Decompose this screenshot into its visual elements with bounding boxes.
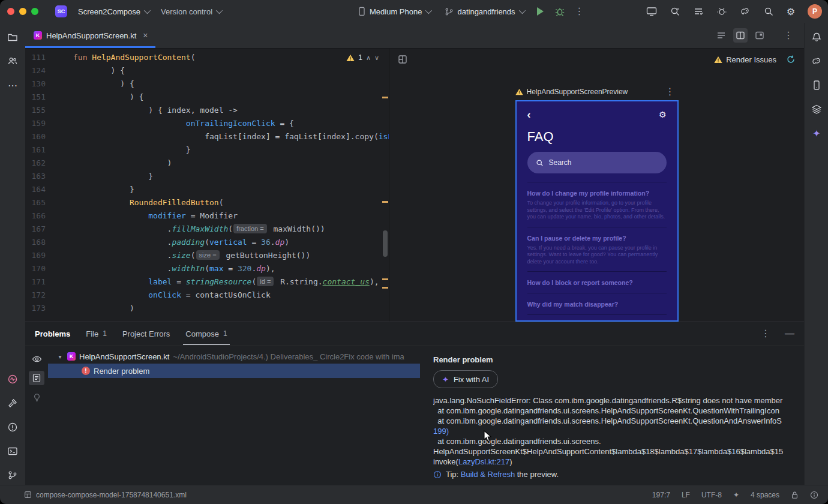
branch-selector[interactable]: datingandfriends [439, 4, 529, 19]
preview-kebab[interactable]: ⋮ [662, 87, 679, 97]
line-number[interactable]: 163 [25, 170, 46, 183]
gradle-tool-button[interactable] [808, 53, 825, 70]
line-number[interactable]: 130 [25, 77, 46, 91]
previous-problem-icon[interactable]: ∧ [366, 54, 371, 62]
line-number[interactable]: 171 [25, 275, 46, 289]
tree-file-row[interactable]: ▾ K HelpAndSupportScreen.kt ~/AndroidStu… [48, 349, 420, 364]
design-view-button[interactable] [752, 28, 767, 43]
editor-code[interactable]: fun HelpAndSupportContent( ) { ) { ) { )… [73, 51, 389, 322]
code-line[interactable]: } [73, 183, 389, 196]
line-number[interactable]: 164 [25, 183, 46, 196]
code-line[interactable]: ) { index, model -> [73, 104, 389, 117]
user-avatar[interactable]: P [808, 4, 822, 19]
minimize-panel-icon[interactable]: — [785, 328, 794, 339]
code-line[interactable]: label = stringResource(id = R.string.con… [73, 275, 389, 289]
line-number[interactable]: 172 [25, 289, 46, 302]
build-variants-button[interactable] [808, 101, 825, 118]
gradle-icon[interactable] [740, 6, 751, 17]
indent-setting[interactable]: 4 spaces [751, 491, 779, 499]
code-line[interactable]: modifier = Modifier [73, 209, 389, 223]
notifications-button[interactable] [808, 29, 825, 46]
search-icon[interactable] [763, 6, 774, 17]
lock-icon[interactable] [791, 491, 799, 499]
run-button[interactable] [537, 7, 544, 16]
warning-stripe-mark[interactable] [382, 278, 388, 280]
line-number[interactable]: 167 [25, 223, 46, 236]
line-number[interactable]: 151 [25, 91, 46, 104]
code-line[interactable]: } [73, 170, 389, 183]
stack-link[interactable]: 199) [433, 427, 449, 436]
next-problem-icon[interactable]: ∨ [374, 54, 379, 62]
terminal-tool-button[interactable] [4, 443, 21, 460]
app-quality-insights-button[interactable] [4, 371, 21, 388]
line-number[interactable]: 166 [25, 209, 46, 223]
inspection-widget[interactable]: 1 ∧ ∨ [346, 53, 379, 62]
stack-link[interactable]: LazyDsl.kt:217 [458, 457, 509, 466]
editor-scrollbar[interactable] [383, 230, 388, 257]
device-selector[interactable]: Medium Phone [352, 4, 436, 19]
debug-button[interactable] [554, 6, 565, 17]
tree-problem-row[interactable]: ! Render problem [48, 364, 420, 378]
refresh-icon[interactable] [786, 55, 796, 64]
panel-options-kebab[interactable]: ⋮ [757, 329, 774, 338]
caret-position[interactable]: 197:7 [652, 491, 670, 499]
file-encoding[interactable]: UTF-8 [701, 491, 722, 499]
warning-stripe-mark[interactable] [382, 287, 388, 289]
vcs-selector[interactable]: Version control [155, 4, 227, 19]
phone-preview[interactable]: ‹ ⚙ FAQ Search How do I change my profil… [515, 100, 679, 322]
problems-tool-button[interactable] [4, 419, 21, 436]
tab-problems[interactable]: Problems [35, 322, 70, 345]
line-number[interactable]: 160 [25, 130, 46, 143]
fix-with-ai-button[interactable]: ✦ Fix with AI [433, 370, 498, 388]
build-tool-button[interactable] [4, 395, 21, 412]
line-number[interactable]: 111 [25, 51, 46, 64]
gemini-button[interactable]: ✦ [808, 125, 825, 142]
line-number[interactable]: 124 [25, 64, 46, 77]
line-number[interactable]: 155 [25, 104, 46, 117]
code-line[interactable]: onTrailingIconClick = { [73, 117, 389, 130]
project-tool-button[interactable] [4, 29, 21, 46]
code-line[interactable]: faqList[index] = faqList[index].copy(isE [73, 130, 389, 143]
grid-layout-icon[interactable] [398, 55, 407, 64]
quick-fix-button[interactable] [29, 390, 44, 404]
info-icon[interactable] [810, 491, 818, 499]
code-line[interactable]: ) { [73, 77, 389, 91]
minimize-window-button[interactable] [19, 8, 26, 15]
task-list-icon[interactable] [693, 6, 704, 17]
editor-options-kebab[interactable]: ⋮ [780, 31, 797, 40]
line-number[interactable]: 161 [25, 143, 46, 157]
line-number[interactable]: 168 [25, 236, 46, 249]
editor-tab[interactable]: K HelpAndSupportScreen.kt × [25, 23, 155, 48]
code-line[interactable]: fun HelpAndSupportContent( [73, 51, 389, 64]
code-line[interactable]: } [73, 143, 389, 157]
tab-compose[interactable]: Compose1 [185, 322, 227, 345]
render-issues-button[interactable]: Render Issues [714, 55, 776, 64]
line-number[interactable]: 162 [25, 157, 46, 170]
zoom-window-button[interactable] [31, 8, 38, 15]
code-line[interactable]: .fillMaxWidth(fraction = maxWidth()) [73, 223, 389, 236]
preview-toggle-button[interactable] [29, 352, 44, 366]
version-control-tool-button[interactable] [4, 467, 21, 484]
line-number[interactable]: 165 [25, 196, 46, 209]
line-ending[interactable]: LF [682, 491, 690, 499]
tree-expand-icon[interactable]: ▾ [56, 353, 64, 360]
code-line[interactable]: .size(size = getButtonHeight()) [73, 249, 389, 262]
line-number[interactable]: 169 [25, 249, 46, 262]
code-line[interactable]: .widthIn(max = 320.dp), [73, 262, 389, 275]
code-view-button[interactable] [714, 28, 728, 43]
tab-close-icon[interactable]: × [143, 31, 148, 40]
code-line[interactable]: .padding(vertical = 36.dp) [73, 236, 389, 249]
project-selector[interactable]: Screen2Compose [72, 4, 155, 19]
code-editor[interactable]: 1111241301511551591601611621631641651661… [25, 49, 389, 322]
tab-file[interactable]: File1 [86, 322, 107, 345]
profiler-icon[interactable] [716, 6, 727, 17]
code-line[interactable]: ) { [73, 64, 389, 77]
details-toggle-button[interactable] [29, 371, 44, 385]
code-line[interactable]: RoundedFilledButton( [73, 196, 389, 209]
settings-icon[interactable]: ⚙ [787, 6, 795, 17]
commit-tool-button[interactable] [4, 53, 21, 70]
run-more-options[interactable]: ⋮ [571, 7, 588, 16]
ai-search-icon[interactable] [670, 6, 680, 17]
split-view-button[interactable] [733, 28, 748, 43]
code-line[interactable]: ) [73, 157, 389, 170]
